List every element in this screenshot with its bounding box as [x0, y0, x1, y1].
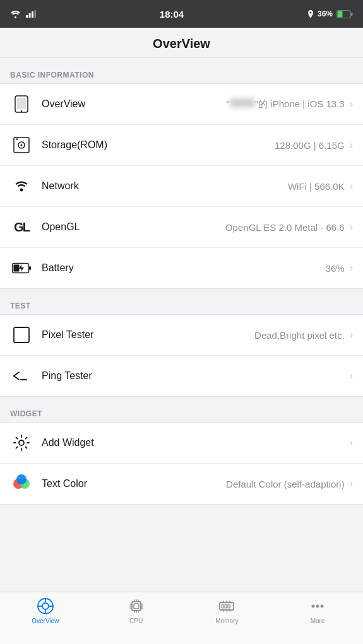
- status-right: 36%: [307, 9, 353, 18]
- network-value: WiFi | 566.0K: [288, 181, 345, 192]
- svg-point-20: [19, 440, 24, 445]
- wifi-status-icon: [10, 10, 21, 18]
- test-list: Pixel Tester Dead,Bright pixel etc. › Pi…: [0, 314, 363, 397]
- chevron-icon: ›: [350, 221, 353, 233]
- storage-icon: [10, 134, 33, 156]
- pixel-icon: [10, 324, 33, 346]
- tab-memory-label: Memory: [215, 618, 238, 624]
- opengl-label: OpenGL: [42, 221, 225, 233]
- svg-rect-3: [32, 11, 33, 18]
- text-color-value: Default Color (self-adaption): [226, 479, 345, 489]
- svg-rect-2: [29, 13, 31, 18]
- battery-label: Battery: [42, 262, 326, 274]
- overview-row[interactable]: OverView ""的 iPhone | iOS 13.3 ›: [0, 84, 363, 125]
- status-left: [10, 10, 36, 18]
- signal-icon: [26, 10, 36, 18]
- battery-value: 36%: [326, 263, 345, 274]
- widget-list: Add Widget › Text Color Default Color (s…: [0, 422, 363, 505]
- svg-rect-17: [14, 265, 20, 272]
- storage-value: 128.00G | 6.15G: [275, 140, 345, 151]
- status-bar: 18:04 36%: [0, 0, 363, 28]
- ping-tester-row[interactable]: Ping Tester ›: [0, 356, 363, 396]
- svg-rect-45: [222, 604, 223, 608]
- svg-point-0: [15, 16, 16, 18]
- battery-status-icon: [336, 10, 353, 18]
- opengl-icon: GL: [10, 216, 33, 238]
- section-header-test: TEST: [0, 289, 363, 314]
- page-title: OverView: [0, 28, 363, 58]
- section-header-widget: WIDGET: [0, 397, 363, 422]
- opengl-row[interactable]: GL OpenGL OpenGL ES 2.0 Metal - 66.6 ›: [0, 207, 363, 248]
- svg-rect-19: [14, 327, 29, 342]
- chevron-icon: ›: [350, 139, 353, 151]
- battery-row[interactable]: Battery 36% ›: [0, 248, 363, 288]
- status-time: 18:04: [160, 9, 184, 20]
- svg-rect-1: [26, 15, 28, 18]
- chevron-icon: ›: [350, 98, 353, 110]
- terminal-icon: [10, 365, 33, 387]
- tab-cpu[interactable]: CPU: [91, 597, 182, 624]
- svg-rect-4: [35, 10, 37, 18]
- network-row[interactable]: Network WiFi | 566.0K ›: [0, 166, 363, 207]
- svg-point-25: [42, 603, 49, 609]
- color-icon: [10, 472, 33, 495]
- chevron-icon: ›: [350, 437, 353, 448]
- svg-point-15: [20, 189, 23, 192]
- tab-more[interactable]: More: [272, 597, 363, 624]
- battery-icon: [10, 257, 33, 279]
- svg-rect-47: [228, 604, 230, 608]
- add-widget-row[interactable]: Add Widget ›: [0, 423, 363, 464]
- tab-overview[interactable]: OverView: [0, 597, 91, 624]
- pixel-tester-row[interactable]: Pixel Tester Dead,Bright pixel etc. ›: [0, 315, 363, 356]
- tab-more-label: More: [311, 618, 325, 624]
- location-icon: [307, 10, 314, 18]
- svg-rect-6: [338, 11, 343, 17]
- tab-cpu-label: CPU: [129, 618, 143, 624]
- phone-icon: [10, 93, 33, 115]
- pixel-value: Dead,Bright pixel etc.: [254, 330, 345, 341]
- section-header-basic: BASIC INFORMATION: [0, 58, 363, 83]
- chevron-icon: ›: [350, 478, 353, 489]
- gear-icon: [10, 431, 33, 454]
- chevron-icon: ›: [350, 370, 353, 382]
- text-color-label: Text Color: [42, 478, 226, 489]
- chevron-icon: ›: [350, 329, 353, 341]
- tab-more-icon: [309, 597, 326, 615]
- storage-row[interactable]: Storage(ROM) 128.00G | 6.15G ›: [0, 125, 363, 166]
- battery-percentage: 36%: [318, 9, 333, 18]
- opengl-value: OpenGL ES 2.0 Metal - 66.6: [225, 222, 345, 233]
- svg-rect-30: [132, 602, 141, 611]
- tab-overview-icon: [37, 597, 54, 615]
- chevron-icon: ›: [350, 262, 353, 274]
- network-icon: [10, 175, 33, 197]
- svg-rect-18: [29, 266, 31, 270]
- svg-point-54: [312, 605, 315, 608]
- svg-rect-14: [16, 139, 18, 140]
- overview-value: ""的 iPhone | iOS 13.3: [227, 98, 345, 110]
- svg-point-56: [321, 605, 324, 608]
- tab-bar: OverView CPU: [0, 592, 363, 644]
- tab-cpu-icon: [128, 597, 145, 615]
- tab-memory[interactable]: Memory: [182, 597, 273, 624]
- chevron-icon: ›: [350, 180, 353, 192]
- network-label: Network: [42, 180, 288, 192]
- text-color-row[interactable]: Text Color Default Color (self-adaption)…: [0, 464, 363, 504]
- storage-label: Storage(ROM): [42, 139, 275, 151]
- basic-info-list: OverView ""的 iPhone | iOS 13.3 › Storage…: [0, 83, 363, 289]
- tab-memory-icon: [218, 597, 235, 615]
- add-widget-label: Add Widget: [42, 437, 345, 448]
- svg-rect-31: [134, 604, 139, 609]
- svg-point-23: [16, 474, 27, 484]
- pixel-label: Pixel Tester: [42, 329, 254, 341]
- tab-overview-label: OverView: [32, 618, 59, 624]
- svg-point-55: [316, 605, 319, 608]
- svg-rect-9: [17, 98, 26, 109]
- svg-rect-7: [351, 13, 353, 16]
- overview-label: OverView: [42, 98, 227, 110]
- svg-point-13: [21, 144, 23, 146]
- svg-point-10: [21, 110, 22, 112]
- svg-rect-46: [225, 604, 227, 608]
- main-content: BASIC INFORMATION OverView ""的 iPhone | …: [0, 58, 363, 557]
- ping-label: Ping Tester: [42, 370, 345, 382]
